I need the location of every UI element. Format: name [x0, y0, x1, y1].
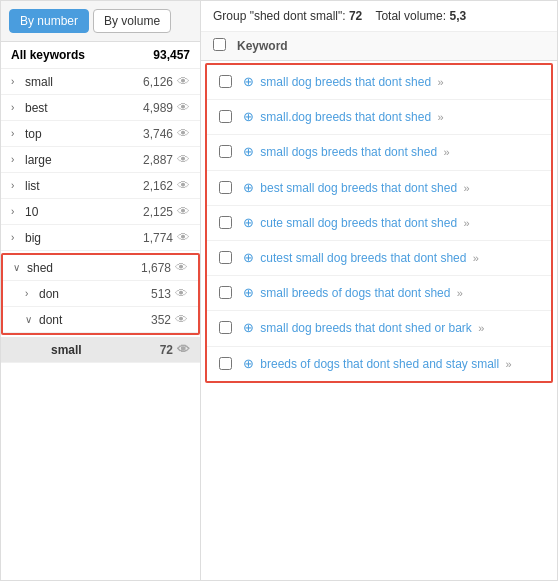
kw-text-6[interactable]: ⊕ cutest small dog breeds that dont shed… [243, 249, 539, 267]
plus-icon-7: ⊕ [243, 285, 254, 300]
kw-text-8[interactable]: ⊕ small dog breeds that dont shed or bar… [243, 319, 539, 337]
item-label-list: list [25, 179, 143, 193]
kw-checkbox-2 [219, 108, 243, 126]
all-keywords-label: All keywords [11, 48, 85, 62]
eye-icon-small-leaf[interactable]: 👁 [177, 342, 190, 357]
tree-item-shed[interactable]: ∨ shed 1,678 👁 [3, 255, 198, 281]
keywords-red-box: ⊕ small dog breeds that dont shed » ⊕ sm… [205, 63, 553, 383]
tree-item-10[interactable]: › 10 2,125 👁 [1, 199, 200, 225]
tab-by-number[interactable]: By number [9, 9, 89, 33]
all-keywords-row: All keywords 93,457 [1, 42, 200, 69]
item-count-list: 2,162 [143, 179, 173, 193]
tree-item-big[interactable]: › big 1,774 👁 [1, 225, 200, 251]
plus-icon-9: ⊕ [243, 356, 254, 371]
left-panel: By number By volume All keywords 93,457 … [1, 1, 201, 580]
chevron-7: » [457, 287, 463, 299]
expand-icon-top: › [11, 128, 25, 139]
keyword-row-3: ⊕ small dogs breeds that dont shed » [207, 135, 551, 170]
chevron-6: » [473, 252, 479, 264]
tree-item-list[interactable]: › list 2,162 👁 [1, 173, 200, 199]
eye-icon-10[interactable]: 👁 [177, 204, 190, 219]
kw-check-2[interactable] [219, 110, 232, 123]
keyword-row-9: ⊕ breeds of dogs that dont shed and stay… [207, 347, 551, 381]
chevron-9: » [506, 358, 512, 370]
keyword-tree: › small 6,126 👁 › best 4,989 👁 › top 3,7… [1, 69, 200, 580]
header-checkbox[interactable] [213, 38, 226, 51]
kw-checkbox-8 [219, 319, 243, 337]
chevron-8: » [478, 322, 484, 334]
expand-icon-10: › [11, 206, 25, 217]
item-count-10: 2,125 [143, 205, 173, 219]
header-group-label: Group "shed dont small": [213, 9, 346, 23]
item-label-dont: dont [39, 313, 151, 327]
item-count-best: 4,989 [143, 101, 173, 115]
kw-check-3[interactable] [219, 145, 232, 158]
tree-item-small[interactable]: › small 6,126 👁 [1, 69, 200, 95]
tree-item-large[interactable]: › large 2,887 👁 [1, 147, 200, 173]
kw-check-5[interactable] [219, 216, 232, 229]
eye-icon-top[interactable]: 👁 [177, 126, 190, 141]
eye-icon-big[interactable]: 👁 [177, 230, 190, 245]
tab-by-volume[interactable]: By volume [93, 9, 171, 33]
eye-icon-large[interactable]: 👁 [177, 152, 190, 167]
kw-label-8: small dog breeds that dont shed or bark [260, 321, 471, 335]
tree-item-don[interactable]: › don 513 👁 [3, 281, 198, 307]
item-count-small-leaf: 72 [160, 343, 173, 357]
plus-icon-6: ⊕ [243, 250, 254, 265]
kw-checkbox-3 [219, 143, 243, 161]
plus-icon-8: ⊕ [243, 320, 254, 335]
item-label-large: large [25, 153, 143, 167]
chevron-5: » [463, 217, 469, 229]
kw-text-5[interactable]: ⊕ cute small dog breeds that dont shed » [243, 214, 539, 232]
item-count-small: 6,126 [143, 75, 173, 89]
kw-checkbox-4 [219, 179, 243, 197]
main-container: By number By volume All keywords 93,457 … [0, 0, 558, 581]
expand-icon-big: › [11, 232, 25, 243]
item-label-10: 10 [25, 205, 143, 219]
tree-item-top[interactable]: › top 3,746 👁 [1, 121, 200, 147]
kw-check-7[interactable] [219, 286, 232, 299]
kw-check-8[interactable] [219, 321, 232, 334]
tree-item-dont[interactable]: ∨ dont 352 👁 [3, 307, 198, 333]
chevron-2: » [437, 111, 443, 123]
eye-icon-shed[interactable]: 👁 [175, 260, 188, 275]
kw-text-1[interactable]: ⊕ small dog breeds that dont shed » [243, 73, 539, 91]
kw-check-6[interactable] [219, 251, 232, 264]
eye-icon-small[interactable]: 👁 [177, 74, 190, 89]
tree-item-small-leaf[interactable]: small 72 👁 [1, 337, 200, 363]
eye-icon-list[interactable]: 👁 [177, 178, 190, 193]
kw-label-9: breeds of dogs that dont shed and stay s… [260, 357, 499, 371]
header-checkbox-area [213, 38, 237, 54]
column-header: Keyword [201, 32, 557, 61]
item-label-best: best [25, 101, 143, 115]
item-count-don: 513 [151, 287, 171, 301]
kw-check-1[interactable] [219, 75, 232, 88]
eye-icon-best[interactable]: 👁 [177, 100, 190, 115]
keyword-row-6: ⊕ cutest small dog breeds that dont shed… [207, 241, 551, 276]
kw-check-9[interactable] [219, 357, 232, 370]
plus-icon-5: ⊕ [243, 215, 254, 230]
item-count-large: 2,887 [143, 153, 173, 167]
right-panel: Group "shed dont small": 72 Total volume… [201, 1, 557, 580]
keyword-column-label: Keyword [237, 39, 288, 53]
eye-icon-dont[interactable]: 👁 [175, 312, 188, 327]
keyword-row-4: ⊕ best small dog breeds that dont shed » [207, 171, 551, 206]
chevron-4: » [463, 182, 469, 194]
item-count-big: 1,774 [143, 231, 173, 245]
eye-icon-don[interactable]: 👁 [175, 286, 188, 301]
keyword-row-1: ⊕ small dog breeds that dont shed » [207, 65, 551, 100]
keyword-row-2: ⊕ small.dog breeds that dont shed » [207, 100, 551, 135]
tab-bar: By number By volume [1, 1, 200, 42]
keywords-list: ⊕ small dog breeds that dont shed » ⊕ sm… [201, 61, 557, 580]
kw-text-2[interactable]: ⊕ small.dog breeds that dont shed » [243, 108, 539, 126]
kw-text-3[interactable]: ⊕ small dogs breeds that dont shed » [243, 143, 539, 161]
tree-item-best[interactable]: › best 4,989 👁 [1, 95, 200, 121]
expand-icon-list: › [11, 180, 25, 191]
item-label-small-leaf: small [51, 343, 160, 357]
kw-check-4[interactable] [219, 181, 232, 194]
kw-text-4[interactable]: ⊕ best small dog breeds that dont shed » [243, 179, 539, 197]
kw-label-3: small dogs breeds that dont shed [260, 145, 437, 159]
kw-text-7[interactable]: ⊕ small breeds of dogs that dont shed » [243, 284, 539, 302]
right-header: Group "shed dont small": 72 Total volume… [201, 1, 557, 32]
kw-text-9[interactable]: ⊕ breeds of dogs that dont shed and stay… [243, 355, 539, 373]
